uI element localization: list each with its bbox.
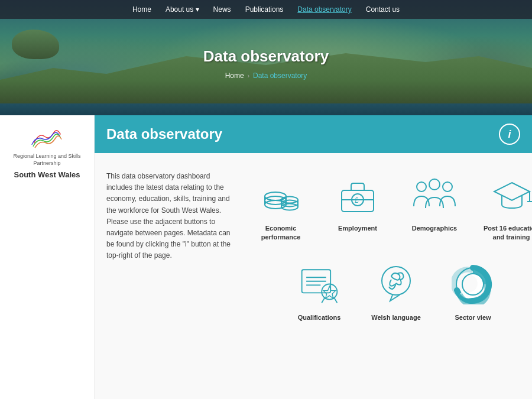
post16-education-button[interactable]: Post 16 education and training: [479, 171, 532, 242]
economic-performance-icon: [257, 171, 304, 218]
nav-data-observatory[interactable]: Data observatory: [297, 5, 351, 14]
demographics-button[interactable]: Demographics: [402, 171, 467, 242]
icons-row-2: Qualifications: [248, 260, 532, 322]
svg-point-19: [443, 182, 452, 192]
welsh-language-label: Welsh language: [371, 313, 421, 322]
nav-about[interactable]: About us ▾: [166, 5, 199, 14]
hero-title: Data observatory: [203, 47, 329, 66]
sidebar: Regional Learning and Skills Partnership…: [0, 115, 95, 399]
content-area: Regional Learning and Skills Partnership…: [0, 115, 532, 399]
svg-text:£: £: [355, 196, 359, 205]
main-body: This data observatory dashboard includes…: [95, 153, 532, 340]
logo-area: Regional Learning and Skills Partnership…: [9, 127, 85, 179]
qualifications-icon: [296, 260, 343, 307]
employment-icon: £: [334, 171, 381, 218]
nav-news[interactable]: News: [213, 5, 231, 14]
employment-button[interactable]: £ Employment: [325, 171, 390, 242]
nav-contact[interactable]: Contact us: [366, 5, 400, 14]
info-button[interactable]: i: [499, 124, 520, 145]
breadcrumb-current: Data observatory: [253, 72, 307, 80]
icons-column: Economic performance: [248, 171, 532, 322]
demographics-label: Demographics: [412, 224, 457, 233]
post16-education-label: Post 16 education and training: [479, 224, 532, 242]
logo-subtitle: Regional Learning and Skills Partnership: [9, 153, 85, 167]
navigation-bar: Home About us ▾ News Publications Data o…: [0, 0, 532, 19]
nav-home[interactable]: Home: [132, 5, 151, 14]
breadcrumb: Home › Data observatory: [225, 72, 307, 80]
economic-performance-button[interactable]: Economic performance: [248, 171, 313, 242]
welsh-language-icon: [372, 260, 420, 307]
section-header: Data observatory i: [95, 115, 532, 153]
svg-point-18: [417, 182, 426, 192]
qualifications-button[interactable]: Qualifications: [287, 260, 352, 322]
demographics-icon: [411, 171, 458, 218]
description-column: This data observatory dashboard includes…: [106, 171, 236, 322]
logo-title: South West Wales: [14, 170, 80, 179]
svg-marker-21: [494, 183, 530, 200]
organization-logo: [30, 127, 65, 151]
sector-view-icon: [449, 260, 497, 307]
nav-publications[interactable]: Publications: [245, 5, 284, 14]
svg-point-20: [429, 179, 440, 190]
employment-label: Employment: [338, 224, 377, 233]
welsh-language-button[interactable]: Welsh language: [364, 260, 429, 322]
economic-performance-label: Economic performance: [248, 224, 313, 242]
breadcrumb-home[interactable]: Home: [225, 72, 244, 80]
main-content: Data observatory i This data observatory…: [95, 115, 532, 399]
sector-view-label: Sector view: [455, 313, 491, 322]
svg-point-30: [382, 267, 410, 295]
sector-view-button[interactable]: Sector view: [440, 260, 505, 322]
description-text: This data observatory dashboard includes…: [106, 171, 236, 262]
post16-education-icon: [488, 171, 532, 218]
section-title: Data observatory: [106, 126, 222, 142]
qualifications-label: Qualifications: [298, 313, 341, 322]
icons-row-1: Economic performance: [248, 171, 532, 242]
breadcrumb-separator: ›: [248, 73, 249, 79]
